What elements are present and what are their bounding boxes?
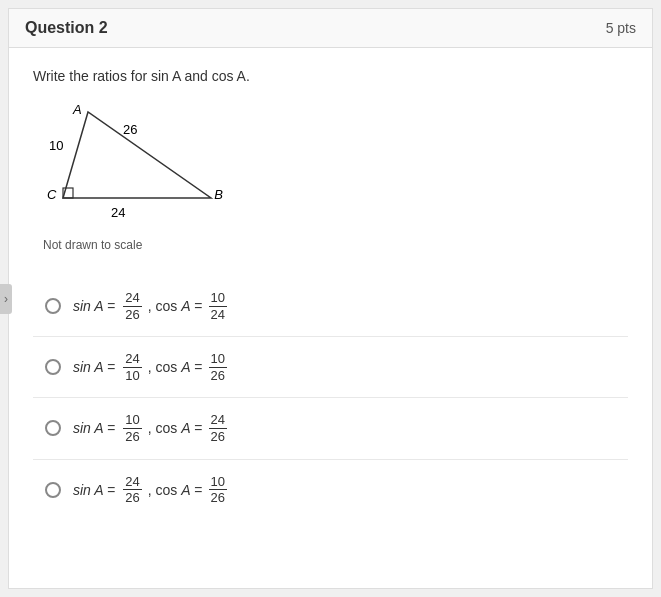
question-header: Question 2 5 pts [9, 9, 652, 48]
radio-1[interactable] [45, 298, 61, 314]
answer-options-container: sin A = 24 26 , cos A = 10 24 [33, 276, 628, 520]
answer-option-3[interactable]: sin A = 10 26 , cos A = 24 26 [33, 398, 628, 459]
label-vertex-b: B [214, 187, 223, 202]
nav-chevron[interactable]: › [0, 284, 12, 314]
label-side-ac: 10 [49, 138, 63, 153]
not-to-scale-text: Not drawn to scale [43, 238, 628, 252]
frac-sin-2: 24 10 [123, 351, 141, 383]
radio-2[interactable] [45, 359, 61, 375]
label-vertex-a: A [73, 102, 82, 117]
answer-text-1: sin A = 24 26 , cos A = 10 24 [73, 290, 229, 322]
answer-text-3: sin A = 10 26 , cos A = 24 26 [73, 412, 229, 444]
label-vertex-c: C [47, 187, 56, 202]
question-body: Write the ratios for sin A and cos A. A … [9, 48, 652, 540]
page-container: › Question 2 5 pts Write the ratios for … [0, 0, 661, 597]
answer-option-1[interactable]: sin A = 24 26 , cos A = 10 24 [33, 276, 628, 337]
frac-cos-2: 10 26 [209, 351, 227, 383]
triangle-diagram: A C B 10 26 24 [43, 100, 243, 230]
frac-sin-3: 10 26 [123, 412, 141, 444]
answer-text-4: sin A = 24 26 , cos A = 10 26 [73, 474, 229, 506]
triangle-svg [43, 100, 243, 230]
question-title: Question 2 [25, 19, 108, 37]
question-card: Question 2 5 pts Write the ratios for si… [8, 8, 653, 589]
prompt-text: Write the ratios for sin A and cos A. [33, 68, 628, 84]
answer-option-2[interactable]: sin A = 24 10 , cos A = 10 26 [33, 337, 628, 398]
radio-4[interactable] [45, 482, 61, 498]
label-side-ab: 26 [123, 122, 137, 137]
answer-text-2: sin A = 24 10 , cos A = 10 26 [73, 351, 229, 383]
frac-cos-4: 10 26 [209, 474, 227, 506]
radio-3[interactable] [45, 420, 61, 436]
frac-cos-1: 10 24 [209, 290, 227, 322]
answer-option-4[interactable]: sin A = 24 26 , cos A = 10 26 [33, 460, 628, 520]
question-points: 5 pts [606, 20, 636, 36]
label-side-cb: 24 [111, 205, 125, 220]
frac-sin-4: 24 26 [123, 474, 141, 506]
frac-sin-1: 24 26 [123, 290, 141, 322]
frac-cos-3: 24 26 [209, 412, 227, 444]
